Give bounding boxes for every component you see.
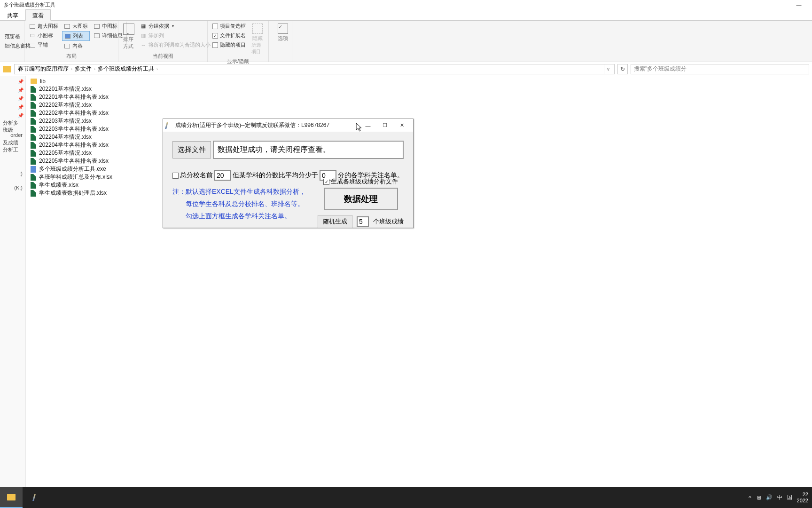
file-row[interactable]: 202203学生各科排名表.xlsx: [30, 125, 812, 133]
refresh-button[interactable]: ↻: [617, 64, 628, 74]
tray-volume-icon[interactable]: 🔊: [766, 494, 773, 500]
rank-label: 总分校名前: [180, 171, 213, 180]
mid-text-label: 但某学科的分数比平均分少于: [233, 171, 318, 180]
file-row[interactable]: 202202基本情况.xlsx: [30, 101, 812, 109]
pin-icon: 📌: [18, 79, 23, 84]
file-row[interactable]: 各班学科成绩汇总及分布.xlsx: [30, 173, 812, 181]
gen-files-checkbox[interactable]: ✓: [323, 179, 329, 185]
ime-indicator[interactable]: 中: [777, 494, 782, 501]
file-name: 202204学生各科排名表.xlsx: [39, 141, 109, 149]
clock[interactable]: 22 2022: [797, 492, 808, 504]
breadcrumb-seg-3[interactable]: 多个班级成绩分析工具: [96, 65, 156, 73]
chevron-right-icon[interactable]: ›: [93, 67, 96, 71]
pin-icon: 📌: [18, 87, 23, 92]
breadcrumb-seg-1[interactable]: 春节编写的应用程序: [16, 65, 70, 73]
chk-hidden-items[interactable]: 隐藏的项目: [211, 40, 248, 49]
file-row[interactable]: lib: [30, 77, 812, 85]
view-list[interactable]: 列表: [62, 31, 90, 41]
tk-feather-icon: [32, 494, 36, 501]
folder-icon: [31, 79, 37, 84]
file-row[interactable]: 202205学生各科排名表.xlsx: [30, 157, 812, 165]
file-row[interactable]: 学生成绩表数据处理后.xlsx: [30, 189, 812, 197]
file-row[interactable]: 多个班级成绩分析工具.exe: [30, 165, 812, 173]
file-row[interactable]: 202202学生各科排名表.xlsx: [30, 109, 812, 117]
dialog-titlebar[interactable]: 成绩分析(适用于多个班级)--定制或反馈联系微信：L99678267 — ☐ ✕: [163, 119, 413, 132]
tray-chevron-icon[interactable]: ^: [749, 495, 751, 500]
nav-item[interactable]: 及成绩分析工: [0, 142, 25, 151]
tab-share[interactable]: 共享: [0, 9, 25, 20]
sort-by-btn[interactable]: 排序方式: [121, 22, 136, 52]
explorer-window: 多个班级成绩分析工具 — 共享 查看 范窗格 细信息窗格 超大图标 小图标 平铺…: [0, 0, 812, 487]
chk-item-checkboxes[interactable]: 项目复选框: [211, 22, 248, 31]
view-group-label: 当前视图: [121, 52, 204, 61]
file-row[interactable]: 202205基本情况.xlsx: [30, 149, 812, 157]
file-row[interactable]: 202201学生各科排名表.xlsx: [30, 93, 812, 101]
search-input[interactable]: 搜索"多个班级成绩分: [631, 64, 809, 74]
random-gen-button[interactable]: 随机生成: [318, 215, 352, 228]
ribbon-tabs: 共享 查看: [0, 9, 812, 21]
nav-pane-btn[interactable]: 范窗格: [3, 32, 22, 41]
fit-columns-btn: ↔将所有列调整为合适的大小: [138, 40, 212, 49]
xlsx-icon: [31, 174, 36, 181]
file-name: 202204基本情况.xlsx: [39, 133, 92, 141]
dialog-close-btn[interactable]: ✕: [393, 119, 410, 132]
breadcrumb-seg-2[interactable]: 多文件: [73, 65, 93, 73]
group-by-btn[interactable]: ▦分组依据▾: [138, 22, 212, 31]
file-row[interactable]: 202201基本情况.xlsx: [30, 85, 812, 93]
tray-network-icon[interactable]: 🖥: [756, 495, 761, 500]
tab-view[interactable]: 查看: [25, 9, 51, 21]
minimize-window-btn[interactable]: —: [789, 2, 808, 8]
file-row[interactable]: 学生成绩表.xlsx: [30, 181, 812, 189]
file-name: 202203基本情况.xlsx: [39, 117, 92, 125]
xlsx-icon: [31, 134, 36, 141]
ime-indicator-2[interactable]: 国: [787, 494, 792, 501]
chevron-down-icon[interactable]: v: [604, 64, 612, 74]
file-row[interactable]: 202204学生各科排名表.xlsx: [30, 141, 812, 149]
file-name: 202205基本情况.xlsx: [39, 149, 92, 157]
xlsx-icon: [31, 126, 36, 133]
dialog-maximize-btn[interactable]: ☐: [376, 119, 393, 132]
random-count-input[interactable]: [357, 216, 369, 227]
taskbar[interactable]: ^ 🖥 🔊 中 国 22 2022: [0, 487, 812, 508]
view-content[interactable]: 内容: [62, 41, 90, 50]
ribbon: 范窗格 细信息窗格 超大图标 小图标 平铺 大图标 列表 内容 中图标 详细信息: [0, 21, 812, 62]
breadcrumb[interactable]: 春节编写的应用程序 › 多文件 › 多个班级成绩分析工具 › v: [14, 64, 615, 74]
file-row[interactable]: 202204基本情况.xlsx: [30, 133, 812, 141]
file-name: 202202学生各科排名表.xlsx: [39, 109, 109, 117]
dialog-title: 成绩分析(适用于多个班级)--定制或反馈联系微信：L99678267: [175, 121, 359, 129]
view-s-icons[interactable]: 小图标: [27, 31, 60, 40]
xlsx-icon: [31, 158, 36, 165]
layout-group-label: 布局: [27, 52, 115, 61]
file-name: 202201学生各科排名表.xlsx: [39, 93, 109, 101]
folder-icon: [3, 66, 11, 72]
options-btn[interactable]: ✓ 选项: [272, 22, 294, 44]
taskbar-app-btn[interactable]: [23, 487, 45, 508]
xlsx-icon: [31, 118, 36, 125]
dialog-minimize-btn[interactable]: —: [359, 119, 376, 132]
chk-file-ext[interactable]: ✓文件扩展名: [211, 31, 248, 40]
select-file-button[interactable]: 选择文件: [172, 141, 211, 159]
process-button[interactable]: 数据处理: [324, 188, 398, 210]
rank-input[interactable]: [214, 170, 231, 181]
file-row[interactable]: 202203基本情况.xlsx: [30, 117, 812, 125]
rank-checkbox[interactable]: [172, 173, 179, 179]
folder-icon: [7, 494, 16, 500]
view-l-icons[interactable]: 大图标: [62, 22, 90, 31]
nav-pane[interactable]: 📌 📌 📌 📌 📌 分析多班级 order 及成绩分析工 :) (K:): [0, 76, 26, 487]
chevron-right-icon[interactable]: ›: [156, 67, 159, 71]
chevron-right-icon[interactable]: ›: [70, 67, 73, 71]
nav-item[interactable]: 分析多班级: [0, 122, 25, 131]
file-name: 202202基本情况.xlsx: [39, 101, 92, 109]
xlsx-icon: [31, 110, 36, 117]
xlsx-icon: [31, 142, 36, 149]
view-xl-icons[interactable]: 超大图标: [27, 22, 60, 31]
file-name: 202201基本情况.xlsx: [39, 85, 92, 93]
system-tray[interactable]: ^ 🖥 🔊 中 国 22 2022: [749, 492, 812, 504]
file-list[interactable]: lib202201基本情况.xlsx202201学生各科排名表.xlsx2022…: [26, 76, 812, 487]
nav-item[interactable]: (K:): [0, 183, 25, 192]
taskbar-explorer-btn[interactable]: [0, 487, 23, 508]
xlsx-icon: [31, 182, 36, 189]
view-tiles[interactable]: 平铺: [27, 40, 60, 49]
random-tail-label: 个班级成绩: [373, 217, 404, 226]
nav-item[interactable]: :): [0, 169, 25, 178]
